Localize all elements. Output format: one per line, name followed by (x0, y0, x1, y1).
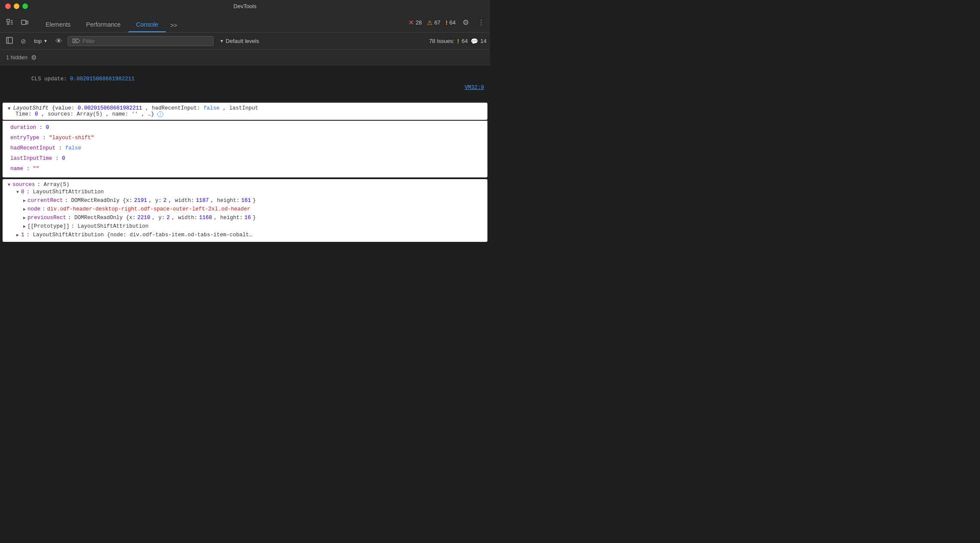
tab-bar-right: ✕ 28 ⚠ 67 ! 64 ⚙ ⋮ (408, 16, 487, 32)
item0-toggle[interactable] (16, 190, 19, 195)
node-toggle[interactable] (23, 207, 26, 212)
settings-button[interactable]: ⚙ (461, 16, 471, 29)
filter-input[interactable] (83, 38, 209, 44)
sidebar-toggle-button[interactable] (3, 35, 15, 47)
prop-lastinputtime: lastInputTime : 0 (10, 153, 482, 164)
devtools-icons (3, 17, 31, 32)
error-badge[interactable]: ✕ 28 (408, 18, 422, 27)
eye-button[interactable]: 👁 (53, 36, 65, 47)
item1-toggle[interactable] (16, 232, 19, 238)
cls-log-line: CLS update: 0.002015068661982211 VM32:9 (0, 65, 490, 102)
hidden-bar: 1 hidden ⚙ (0, 50, 490, 65)
previousrect-toggle[interactable] (23, 215, 26, 220)
console-output: CLS update: 0.002015068661982211 VM32:9 … (0, 65, 490, 272)
filter-input-wrap: ⌦ (67, 36, 214, 46)
file-ref-vm32[interactable]: VM32:9 (465, 83, 484, 92)
chevron-down-icon: ▼ (43, 39, 48, 43)
inspect-icon[interactable] (3, 17, 16, 30)
svg-rect-6 (21, 20, 26, 24)
console-toolbar: ⊘ top ▼ 👁 ⌦ ▼ Default levels 78 Issues: … (0, 33, 490, 50)
tab-bar: Elements Performance Console >> ✕ 28 ⚠ 6… (0, 12, 490, 33)
info-icon[interactable]: i (157, 111, 163, 117)
item0-currentrect: currentRect : DOMRectReadOnly {x: 2191 ,… (8, 196, 482, 205)
object-header: LayoutShift {value: 0.002015068661982211… (8, 105, 482, 111)
item0-previousrect: previousRect : DOMRectReadOnly {x: 2210 … (8, 214, 482, 222)
svg-rect-0 (7, 19, 9, 22)
levels-dropdown[interactable]: ▼ Default levels (216, 37, 263, 46)
clear-console-button[interactable]: ⊘ (18, 36, 29, 47)
filter-icon: ⌦ (72, 38, 80, 44)
prop-hadrecentinput: hadRecentInput : false (10, 143, 482, 153)
more-tabs-button[interactable]: >> (166, 18, 181, 32)
layout-shift-object-box: LayoutShift {value: 0.002015068661982211… (3, 103, 487, 120)
sources-toggle[interactable] (8, 183, 10, 187)
minimize-button[interactable] (14, 3, 19, 9)
chevron-down-icon: ▼ (220, 39, 224, 43)
item0-prototype: [[Prototype]] : LayoutShiftAttribution (8, 222, 482, 231)
tab-performance[interactable]: Performance (78, 18, 128, 32)
prop-entrytype: entryType : "layout-shift" (10, 133, 482, 143)
hidden-settings-icon[interactable]: ⚙ (31, 54, 37, 61)
info-icon: ! (446, 19, 448, 26)
context-selector[interactable]: top ▼ (31, 37, 50, 46)
tab-console[interactable]: Console (129, 18, 166, 32)
svg-rect-7 (26, 21, 28, 24)
object-properties: duration : 0 entryType : "layout-shift" … (3, 121, 487, 177)
device-icon[interactable] (18, 17, 31, 30)
object-toggle-arrow[interactable] (8, 106, 11, 111)
warning-icon: ⚠ (427, 19, 432, 27)
window-controls (5, 3, 28, 9)
svg-rect-8 (6, 37, 12, 43)
close-button[interactable] (5, 3, 11, 9)
tab-elements[interactable]: Elements (38, 18, 78, 32)
hidden-count: 1 hidden (6, 54, 28, 61)
issues-chat-icon: 💬 (471, 38, 478, 45)
console-output-area: CLS update: 0.002015068661982211 VM32:9 … (0, 65, 490, 272)
issues-section: 78 Issues: ! 64 💬 14 (429, 38, 487, 45)
window-title: DevTools (233, 3, 256, 9)
sources-item-1: 1 : LayoutShiftAttribution {node: div.od… (8, 231, 482, 239)
prop-name: name : "" (10, 164, 482, 174)
sources-item-0: 0 : LayoutShiftAttribution (8, 188, 482, 196)
warning-badge[interactable]: ⚠ 67 (427, 19, 440, 27)
sources-header: sources : Array(5) (8, 182, 482, 188)
maximize-button[interactable] (22, 3, 28, 9)
tabs-container: Elements Performance Console >> (38, 18, 408, 32)
sources-section: sources : Array(5) 0 : LayoutShiftAttrib… (3, 179, 487, 242)
currentrect-toggle[interactable] (23, 198, 26, 203)
info-badge[interactable]: ! 64 (446, 19, 456, 26)
prototype-toggle[interactable] (23, 224, 26, 229)
error-icon: ✕ (408, 18, 414, 27)
title-bar: DevTools (0, 0, 490, 12)
prop-duration: duration : 0 (10, 122, 482, 133)
more-options-button[interactable]: ⋮ (476, 16, 487, 29)
issues-warning-icon: ! (457, 38, 459, 45)
item0-node: node : div.odf-header-desktop-right.odf-… (8, 205, 482, 214)
